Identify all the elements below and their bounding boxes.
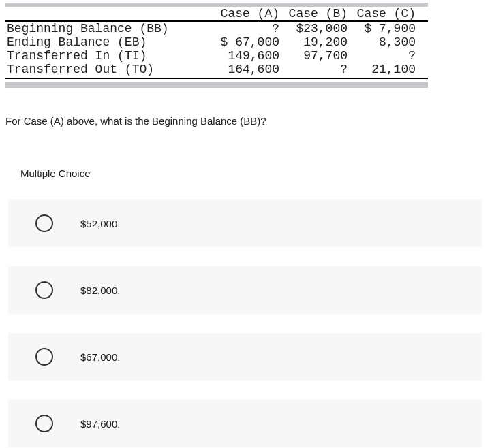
row-cell: $23,000 xyxy=(279,22,348,35)
row-cell: 149,600 xyxy=(211,49,279,63)
table-row: Transferred In (TI) 149,600 97,700 ? xyxy=(5,49,428,63)
table-row: Beginning Balance (BB) ? $23,000 $ 7,900 xyxy=(5,22,428,35)
radio-icon xyxy=(35,348,53,366)
row-cell: 97,700 xyxy=(279,49,348,63)
table-row: Ending Balance (EB) $ 67,000 19,200 8,30… xyxy=(5,35,428,49)
header-case-b: Case (B) xyxy=(279,7,348,20)
radio-icon xyxy=(35,281,53,299)
table-row: Transferred Out (TO) 164,600 ? 21,100 xyxy=(5,63,428,76)
radio-icon xyxy=(35,415,53,432)
row-cell: ? xyxy=(279,63,348,76)
row-label: Transferred In (TI) xyxy=(7,49,211,63)
row-cell: ? xyxy=(348,49,416,63)
row-cell: 19,200 xyxy=(279,35,348,49)
question-text: For Case (A) above, what is the Beginnin… xyxy=(5,115,492,127)
header-case-a: Case (A) xyxy=(211,7,279,20)
radio-icon xyxy=(35,214,53,232)
option-1[interactable]: $52,000. xyxy=(8,199,482,247)
row-cell: 21,100 xyxy=(348,63,416,76)
row-cell: 8,300 xyxy=(348,35,416,49)
option-label: $52,000. xyxy=(80,218,120,229)
row-cell: $ 7,900 xyxy=(348,22,416,35)
row-label: Ending Balance (EB) xyxy=(7,35,211,49)
data-table: Case (A) Case (B) Case (C) Beginning Bal… xyxy=(5,3,428,88)
row-label: Transferred Out (TO) xyxy=(7,63,211,76)
header-case-c: Case (C) xyxy=(348,7,416,20)
row-label: Beginning Balance (BB) xyxy=(7,22,211,35)
table-bottom-line xyxy=(5,78,428,79)
option-label: $97,600. xyxy=(80,418,120,430)
row-cell: $ 67,000 xyxy=(211,35,279,49)
multiple-choice-heading: Multiple Choice xyxy=(20,167,492,179)
option-3[interactable]: $67,000. xyxy=(8,333,482,381)
table-header-row: Case (A) Case (B) Case (C) xyxy=(5,7,428,20)
row-cell: 164,600 xyxy=(211,63,279,76)
row-cell: ? xyxy=(211,22,279,35)
header-blank xyxy=(7,7,211,20)
option-2[interactable]: $82,000. xyxy=(8,266,482,314)
option-label: $82,000. xyxy=(80,285,120,296)
option-label: $67,000. xyxy=(80,351,120,363)
options-list: $52,000. $82,000. $67,000. $97,600. xyxy=(8,199,482,447)
table-bottom-bar xyxy=(5,82,428,88)
option-4[interactable]: $97,600. xyxy=(8,400,482,447)
